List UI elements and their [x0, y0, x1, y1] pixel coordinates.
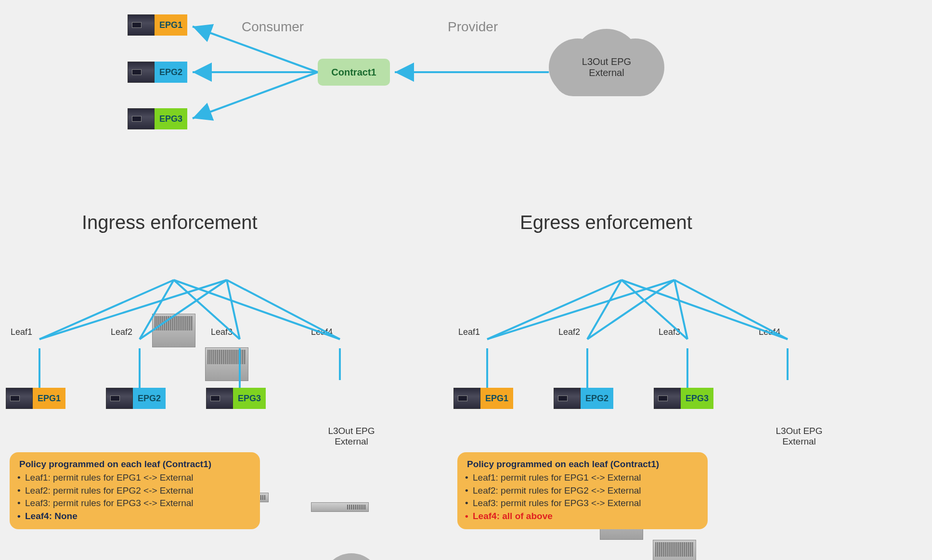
spine-switch-icon: [653, 540, 696, 560]
epg1-label: EPG1: [155, 14, 187, 36]
ingress-title: Ingress enforcement: [82, 212, 258, 233]
epg1-label: EPG1: [33, 388, 65, 409]
epg2-label: EPG2: [133, 388, 166, 409]
policy-item: Leaf2: permit rules for EPG2 <-> Externa…: [467, 484, 698, 497]
policy-box-ingress: Policy programmed on each leaf (Contract…: [10, 452, 260, 529]
svg-line-17: [587, 280, 621, 339]
epg1-device: EPG1: [6, 388, 65, 409]
policy-item: Leaf1: permit rules for EPG1 <-> Externa…: [467, 471, 698, 484]
spine-switch-icon: [205, 347, 248, 381]
l3out-cloud-ingress: [298, 558, 404, 560]
cloud-line2: External: [549, 67, 664, 78]
server-icon: [128, 14, 155, 36]
epg3-label: EPG3: [155, 108, 187, 129]
cloud-label-ingress: L3Out EPG External: [318, 426, 385, 447]
leaf2-label-egress: Leaf2: [558, 327, 580, 337]
cloud-line1: L3Out EPG: [549, 56, 664, 67]
consumer-label: Consumer: [242, 19, 304, 35]
server-icon: [453, 388, 480, 409]
leaf1-label-egress: Leaf1: [458, 327, 480, 337]
policy-item-leaf4: Leaf4: all of above: [467, 510, 698, 523]
policy-item: Leaf1: permit rules for EPG1 <-> Externa…: [19, 471, 250, 484]
server-icon: [106, 388, 133, 409]
epg3-device-egress: EPG3: [654, 388, 713, 409]
server-icon: [654, 388, 681, 409]
cloud-label-egress: L3Out EPG External: [765, 426, 833, 447]
server-icon: [554, 388, 581, 409]
provider-label: Provider: [448, 19, 498, 35]
svg-line-8: [39, 280, 227, 339]
policy-item: Leaf3: permit rules for EPG3 <-> Externa…: [467, 497, 698, 510]
epg2-device-egress: EPG2: [554, 388, 613, 409]
leaf4-label: Leaf4: [311, 327, 333, 337]
leaf1-label: Leaf1: [11, 327, 32, 337]
svg-line-2: [193, 72, 318, 118]
server-icon: [6, 388, 33, 409]
server-icon: [128, 62, 155, 83]
leaf2-label: Leaf2: [111, 327, 132, 337]
policy-item: Leaf3: permit rules for EPG3 <-> Externa…: [19, 497, 250, 510]
egress-title: Egress enforcement: [520, 212, 692, 233]
epg3-label: EPG3: [233, 388, 266, 409]
l3out-cloud: L3Out EPG External: [549, 34, 664, 101]
server-icon: [128, 108, 155, 129]
epg1-label: EPG1: [480, 388, 513, 409]
policy-item: Leaf2: permit rules for EPG2 <-> Externa…: [19, 484, 250, 497]
epg1-group: EPG1: [128, 14, 187, 36]
policy-box-egress: Policy programmed on each leaf (Contract…: [457, 452, 708, 529]
contract-box: Contract1: [318, 59, 390, 86]
policy-title: Policy programmed on each leaf (Contract…: [19, 459, 250, 470]
epg2-label: EPG2: [581, 388, 613, 409]
epg3-label: EPG3: [681, 388, 713, 409]
epg2-group: EPG2: [128, 62, 187, 83]
spine-switch-icon: [152, 314, 195, 347]
server-icon: [206, 388, 233, 409]
svg-line-16: [487, 280, 621, 339]
leaf-switch-icon: [311, 502, 369, 512]
leaf4-label-egress: Leaf4: [759, 327, 780, 337]
svg-line-20: [487, 280, 674, 339]
policy-item-leaf4: Leaf4: None: [19, 510, 250, 523]
leaf3-label-egress: Leaf3: [659, 327, 680, 337]
epg2-label: EPG2: [155, 62, 187, 83]
epg3-device: EPG3: [206, 388, 266, 409]
epg2-device: EPG2: [106, 388, 166, 409]
leaf3-label: Leaf3: [211, 327, 233, 337]
epg3-group: EPG3: [128, 108, 187, 129]
epg1-device-egress: EPG1: [453, 388, 513, 409]
policy-title: Policy programmed on each leaf (Contract…: [467, 459, 698, 470]
